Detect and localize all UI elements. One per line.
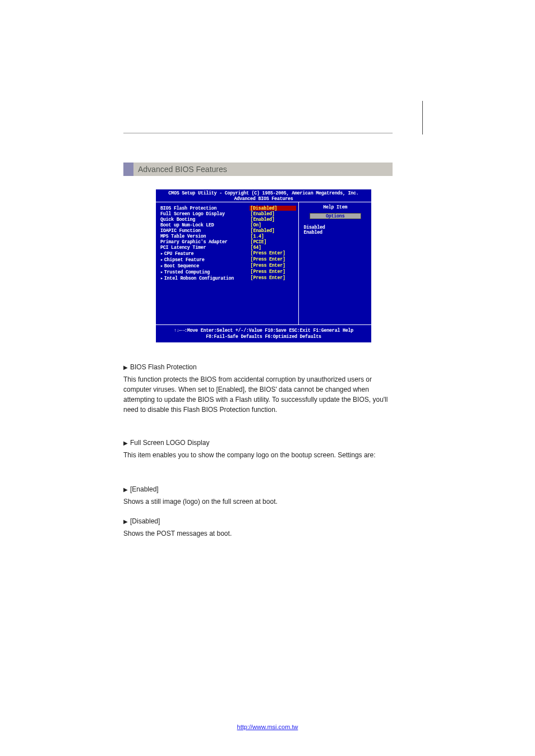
bios-label: Quick Booting: [160, 217, 251, 222]
bios-value: [Press Enter]: [251, 275, 297, 281]
bios-label: Primary Graphic's Adapter: [160, 239, 251, 244]
bios-label: ▸Trusted Computing: [160, 269, 251, 275]
bios-header: CMOS Setup Utility - Copyright (C) 1985-…: [156, 189, 371, 202]
bios-value: [Press Enter]: [251, 269, 297, 275]
section-title-bar: Advanced BIOS Features: [123, 163, 393, 176]
triangle-icon: ▶: [123, 364, 128, 370]
bios-header-line1: CMOS Setup Utility - Copyright (C) 1985-…: [156, 191, 371, 196]
bios-value: [Disabled]: [250, 206, 296, 211]
bios-value: [Press Enter]: [251, 263, 297, 268]
bios-value: [64]: [251, 245, 297, 250]
help-option: Disabled: [303, 225, 367, 230]
feature-head: ▶Full Screen LOGO Display: [123, 438, 398, 448]
bios-label: ▸CPU Feature: [160, 251, 251, 256]
section-title: Advanced BIOS Features: [138, 165, 227, 174]
bios-label: Full Screen Logo Display: [160, 211, 251, 216]
help-title: Help Item: [303, 205, 367, 210]
bios-footer: ↑↓←→:Move Enter:Select +/-/:Value F10:Sa…: [156, 324, 371, 342]
footer-link-text[interactable]: http://www.msi.com.tw: [237, 723, 298, 730]
bios-label: ▸Chipset Feature: [160, 257, 251, 262]
footer-link: http://www.msi.com.tw: [0, 721, 535, 731]
bios-footer-line1: ↑↓←→:Move Enter:Select +/-/:Value F10:Sa…: [156, 327, 371, 333]
feature-section: ▶[Disabled] Shows the POST messages at b…: [123, 516, 398, 539]
bios-label: MPS Table Version: [160, 234, 251, 239]
bios-help-panel: Help Item Options Disabled Enabled: [299, 202, 371, 324]
horizontal-rule: [123, 133, 393, 133]
bios-label: ▸Boot Sequence: [160, 263, 251, 268]
bios-label: BIOS Flash Protection: [160, 206, 250, 211]
bios-value: [PCIE]: [251, 239, 297, 244]
bios-body: BIOS Flash Protection[Disabled] Full Scr…: [156, 202, 371, 324]
bios-left-panel: BIOS Flash Protection[Disabled] Full Scr…: [156, 202, 299, 324]
feature-body: Shows the POST messages at boot.: [123, 528, 398, 539]
bios-label: ▸Intel Robson Configuration: [160, 275, 251, 281]
feature-head: ▶BIOS Flash Protection: [123, 362, 398, 372]
bios-label: PCI Latency Timer: [160, 245, 251, 250]
bios-label: Boot up Num-Lock LED: [160, 222, 251, 228]
bios-value: [Enabled]: [251, 228, 297, 233]
feature-body: This item enables you to show the compan…: [123, 450, 398, 460]
vertical-rule: [422, 101, 423, 134]
feature-section: ▶[Enabled] Shows a still image (logo) on…: [123, 484, 398, 507]
feature-section: ▶BIOS Flash Protection This function pro…: [123, 362, 398, 415]
bios-value: [Enabled]: [251, 211, 297, 216]
feature-body: This function protects the BIOS from acc…: [123, 374, 398, 415]
bios-value: [On]: [251, 222, 297, 228]
help-option: Enabled: [303, 230, 367, 235]
feature-head: ▶[Enabled]: [123, 484, 398, 494]
feature-section: ▶Full Screen LOGO Display This item enab…: [123, 438, 398, 460]
bios-label: IOAPIC Function: [160, 228, 251, 233]
triangle-icon: ▶: [123, 518, 128, 525]
bios-value: [Press Enter]: [251, 251, 297, 256]
bios-value: [Press Enter]: [251, 257, 297, 262]
bios-screenshot: CMOS Setup Utility - Copyright (C) 1985-…: [156, 189, 371, 342]
help-options-box: Options: [310, 213, 361, 219]
feature-body: Shows a still image (logo) on the full s…: [123, 497, 398, 507]
accent-block: [123, 163, 133, 176]
feature-head: ▶[Disabled]: [123, 516, 398, 526]
triangle-icon: ▶: [123, 486, 128, 493]
bios-header-line2: Advanced BIOS Features: [156, 196, 371, 202]
bios-value: [Enabled]: [251, 217, 297, 222]
bios-footer-line2: F8:Fail-Safe Defaults F6:Optimized Defau…: [156, 333, 371, 340]
bios-value: [1.4]: [251, 234, 297, 239]
triangle-icon: ▶: [123, 440, 128, 446]
